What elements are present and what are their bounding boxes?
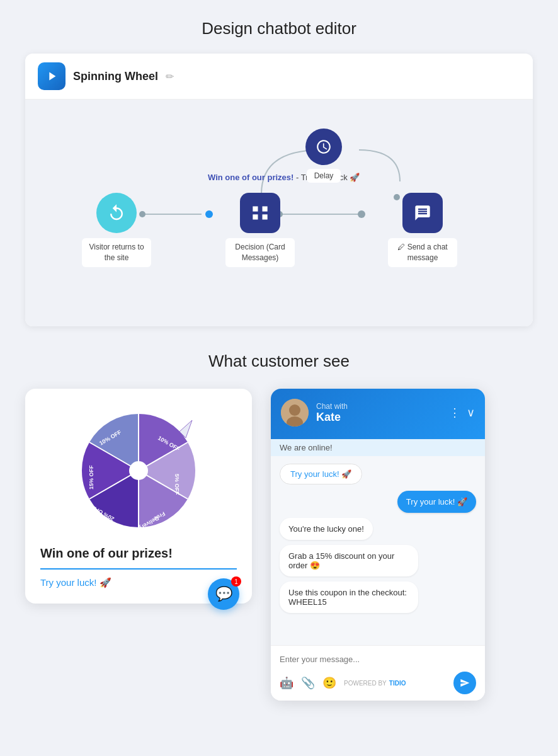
decision-icon bbox=[240, 193, 280, 233]
chat-header: Chat with Kate ⋮ ∨ bbox=[271, 389, 485, 439]
bottom-section: 10% OFF 5% OFF Free Delivery 20% OFF 15%… bbox=[25, 389, 533, 701]
wheel-svg: 10% OFF 5% OFF Free Delivery 20% OFF 15%… bbox=[76, 408, 202, 534]
delay-label: Delay bbox=[307, 169, 341, 183]
chat-fab-icon: 💬 bbox=[215, 586, 232, 602]
editor-header: Spinning Wheel ✏ bbox=[25, 54, 533, 100]
chat-minimize-icon[interactable]: ∨ bbox=[467, 406, 475, 420]
msg-user: Try your luck! 🚀 bbox=[397, 491, 476, 513]
editor-logo-icon bbox=[38, 62, 65, 90]
visitor-icon bbox=[96, 193, 137, 233]
chat-input-toolbar: 🤖 📎 🙂 POWERED BY TIDIO bbox=[280, 672, 476, 694]
chat-messages: Try your luck! 🚀 Try your luck! 🚀 You're… bbox=[271, 456, 485, 645]
spin-card: 10% OFF 5% OFF Free Delivery 20% OFF 15%… bbox=[25, 389, 252, 604]
svg-rect-9 bbox=[253, 207, 258, 212]
msg-bot1: You're the lucky one! bbox=[280, 518, 373, 540]
chat-avatar bbox=[281, 399, 309, 427]
chat-with: Chat with bbox=[316, 402, 441, 411]
svg-text:5% OFF: 5% OFF bbox=[174, 474, 180, 495]
tidio-logo: TIDIO bbox=[389, 680, 406, 687]
svg-rect-10 bbox=[263, 207, 268, 212]
svg-point-6 bbox=[358, 210, 365, 218]
page-title: Design chatbot editor bbox=[25, 19, 533, 38]
msg-user-row: Try your luck! 🚀 bbox=[280, 491, 476, 518]
chat-send-button[interactable] bbox=[453, 672, 476, 694]
node-visitor-label: Visitor returns to the site bbox=[82, 238, 151, 267]
svg-rect-12 bbox=[263, 214, 268, 219]
chat-input-area: 🤖 📎 🙂 POWERED BY TIDIO bbox=[271, 645, 485, 701]
svg-marker-0 bbox=[49, 72, 55, 81]
node-delay: Delay bbox=[305, 129, 342, 183]
chat-widget: Chat with Kate ⋮ ∨ We are online! Try yo… bbox=[271, 389, 485, 701]
edit-icon[interactable]: ✏ bbox=[166, 71, 174, 83]
spin-win-title: Win one of our prizes! bbox=[40, 546, 237, 561]
msg-bot2-row: Grab a 15% discount on your order 😍 bbox=[280, 545, 476, 581]
section2-title: What customer see bbox=[25, 352, 533, 371]
bot-icon[interactable]: 🤖 bbox=[280, 676, 293, 690]
delay-icon bbox=[305, 129, 342, 165]
msg-bot2: Grab a 15% discount on your order 😍 bbox=[280, 545, 418, 576]
svg-rect-11 bbox=[253, 214, 258, 219]
flow-canvas: Win one of our prizes! - Try your luck 🚀… bbox=[25, 100, 533, 326]
emoji-icon[interactable]: 🙂 bbox=[322, 676, 336, 690]
svg-point-3 bbox=[205, 210, 213, 218]
wheel-container: 10% OFF 5% OFF Free Delivery 20% OFF 15%… bbox=[40, 408, 237, 534]
msg-bot3: Use this coupon in the checkout: WHEEL15 bbox=[280, 581, 418, 613]
chat-name: Kate bbox=[316, 411, 441, 424]
chat-menu-icon[interactable]: ⋮ bbox=[449, 406, 460, 420]
editor-title: Spinning Wheel bbox=[73, 70, 158, 83]
chat-fab-button[interactable]: 💬 1 bbox=[208, 578, 239, 610]
msg-try-luck-button[interactable]: Try your luck! 🚀 bbox=[280, 464, 476, 491]
node-send-chat: 🖊 Send a chat message bbox=[388, 193, 457, 267]
node-visitor: Visitor returns to the site bbox=[82, 193, 151, 267]
chat-online-banner: We are online! bbox=[271, 439, 485, 456]
chat-header-actions: ⋮ ∨ bbox=[449, 406, 475, 420]
spin-luck-link[interactable]: Try your luck! 🚀 bbox=[40, 577, 237, 588]
node-send-chat-label: 🖊 Send a chat message bbox=[388, 238, 457, 267]
chat-header-info: Chat with Kate bbox=[316, 402, 441, 424]
svg-point-26 bbox=[129, 461, 148, 480]
editor-card: Spinning Wheel ✏ Win one of our prizes! … bbox=[25, 54, 533, 326]
chat-input[interactable] bbox=[280, 652, 476, 667]
attachment-icon[interactable]: 📎 bbox=[301, 676, 315, 690]
msg-bot1-row: You're the lucky one! bbox=[280, 518, 476, 545]
node-decision-label: Decision (Card Messages) bbox=[225, 238, 295, 267]
svg-point-28 bbox=[289, 404, 300, 416]
svg-text:15% OFF: 15% OFF bbox=[88, 465, 94, 490]
send-chat-icon bbox=[402, 193, 443, 233]
chat-badge: 1 bbox=[231, 576, 241, 587]
msg-bot3-row: Use this coupon in the checkout: WHEEL15 bbox=[280, 581, 476, 618]
node-decision: Decision (Card Messages) bbox=[225, 193, 295, 267]
powered-by: POWERED BY TIDIO bbox=[344, 680, 406, 687]
